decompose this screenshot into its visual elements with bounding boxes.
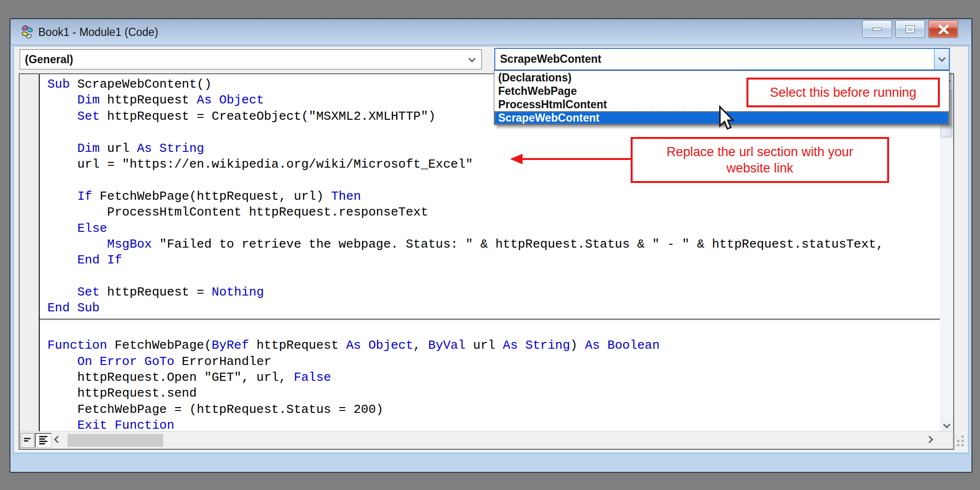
object-combo-value: (General) [25,53,73,66]
code-line: End Sub [47,300,940,316]
horizontal-scrollbar[interactable] [20,431,953,449]
minimize-button[interactable] [862,20,892,38]
full-module-view-icon [39,435,48,446]
code-editor-panel: Sub ScrapeWebContent() Dim httpRequest A… [19,73,954,450]
code-line: Exit Function [47,418,940,431]
close-icon [929,21,958,38]
mouse-cursor-icon [718,105,738,135]
chevron-down-icon [938,55,946,62]
scroll-right-button[interactable] [926,436,934,444]
code-line: httpRequest.send [47,386,940,401]
chevron-down-icon [468,55,476,63]
code-line [47,269,940,285]
scroll-down-button[interactable] [940,418,953,431]
code-line: End If [47,252,940,268]
procedure-combo-value: ScrapeWebContent [500,53,601,65]
code-line: httpRequest.Open "GET", url, False [47,370,940,386]
procedure-combo-dropdown-button[interactable] [934,49,949,69]
annotation-replace-text-line1: Replace the url section with your [667,144,853,160]
scroll-left-button[interactable] [54,436,62,444]
annotation-arrow [522,158,632,160]
code-line: ProcessHtmlContent httpRequest.responseT… [47,205,940,220]
desktop-background: Book1 - Module1 (Code) (General) ScrapeW… [0,0,980,490]
horizontal-scrollbar-thumb[interactable] [67,434,163,447]
resize-grip[interactable] [953,435,965,448]
minimize-icon [872,28,882,31]
procedure-view-button[interactable] [21,433,34,448]
annotation-select-note: Select this before running [746,78,940,107]
procedure-combo[interactable]: ScrapeWebContent [494,48,950,70]
close-button[interactable] [928,20,958,38]
procedure-view-icon [23,436,32,445]
titlebar[interactable]: Book1 - Module1 (Code) [11,19,971,45]
window-controls [862,20,958,38]
annotation-select-text: Select this before running [770,84,916,101]
restore-icon [906,26,914,33]
margin-indicator-bar [20,74,39,431]
code-line: On Error GoTo ErrorHandler [47,354,940,370]
code-line: Set httpRequest = Nothing [47,285,940,300]
code-line: Else [47,221,940,237]
vertical-scrollbar[interactable] [940,74,953,431]
code-line: If FetchWebPage(httpRequest, url) Then [47,189,940,205]
full-module-view-button[interactable] [35,433,52,448]
vba-module-icon [20,24,34,42]
annotation-replace-note: Replace the url section with your websit… [631,137,889,183]
chevron-down-icon [943,421,950,428]
procedure-separator [40,319,940,320]
window-title: Book1 - Module1 (Code) [38,19,158,45]
annotation-arrow-head [510,154,523,164]
object-combo[interactable]: (General) [20,49,482,69]
code-line: Function FetchWebPage(ByRef httpRequest … [47,338,940,353]
code-line: MsgBox "Failed to retrieve the webpage. … [47,237,940,252]
restore-button[interactable] [895,20,925,38]
code-line: FetchWebPage = (httpRequest.Status = 200… [47,402,940,418]
code-line [47,322,940,338]
code-editor[interactable]: Sub ScrapeWebContent() Dim httpRequest A… [40,74,940,431]
annotation-replace-text-line2: website link [726,160,793,176]
